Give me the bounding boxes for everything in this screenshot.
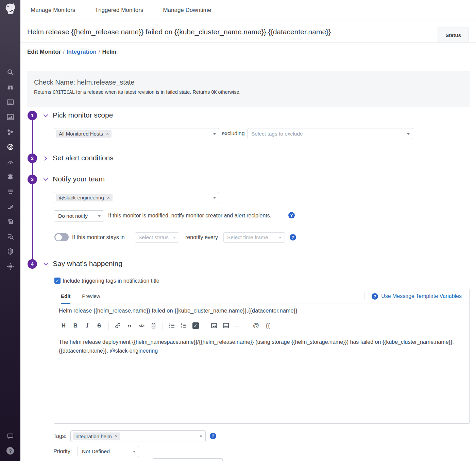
step-4-badge: 4: [28, 259, 37, 269]
monitor-title: Helm release {{helm_release.name}} faile…: [27, 28, 331, 36]
sidebar-bottom: ?: [0, 428, 20, 458]
chevron-down-icon[interactable]: [43, 177, 49, 182]
step-3-title[interactable]: Notify your team: [53, 175, 105, 183]
italic-button[interactable]: I: [84, 321, 91, 330]
horizontal-rule-button[interactable]: —: [234, 321, 241, 330]
ordered-list-button[interactable]: 12: [180, 321, 187, 330]
timeframe-select[interactable]: Select time frame: [223, 232, 285, 243]
exclude-tags-select[interactable]: Select tags to exclude: [248, 128, 413, 139]
excluding-label: excluding: [222, 130, 245, 137]
quote-button[interactable]: ”: [126, 321, 133, 330]
cropped-input[interactable]: [153, 458, 223, 461]
scope-tag-chip: All Monitored Hosts×: [56, 130, 112, 138]
caret-down-icon: [279, 237, 282, 238]
table-button[interactable]: [222, 321, 229, 330]
notification-title-input[interactable]: Helm release {{helm_release.name}} faile…: [54, 303, 469, 318]
bullet-list-button[interactable]: [168, 321, 175, 330]
modify-notify-select[interactable]: Do not notify: [54, 210, 104, 221]
stays-in-label: If this monitor stays in: [72, 234, 125, 241]
question-circle-icon: ?: [372, 293, 378, 300]
caret-down-icon: [98, 215, 101, 217]
step-connector-line: [32, 120, 33, 260]
priority-label: Priority:: [53, 448, 72, 455]
renotify-every-label: renotify every: [185, 234, 218, 241]
nav-triggered-monitors[interactable]: Triggered Monitors: [95, 7, 143, 14]
status-button[interactable]: Status: [438, 28, 469, 42]
step-3-badge: 3: [28, 175, 37, 184]
tags-chip: integration:helm×: [73, 432, 120, 440]
image-button[interactable]: [210, 321, 217, 330]
dashboards-icon[interactable]: [0, 94, 20, 109]
ok-status-text: OK: [211, 89, 217, 95]
synthetics-icon[interactable]: [0, 259, 20, 274]
metrics-gauge-icon[interactable]: [0, 154, 20, 169]
search-icon[interactable]: [0, 65, 20, 79]
include-tags-checkbox[interactable]: ✓: [54, 278, 61, 284]
chevron-right-icon[interactable]: [43, 156, 49, 161]
caret-down-icon: [407, 133, 410, 135]
link-button[interactable]: [114, 321, 121, 330]
log-search-icon[interactable]: [0, 229, 20, 244]
traces-icon[interactable]: [0, 184, 20, 199]
divider: [163, 322, 163, 330]
code-button[interactable]: </>: [138, 321, 145, 330]
modify-notify-text: If this monitor is modified, notify moni…: [108, 213, 271, 219]
service-map-icon[interactable]: [0, 199, 20, 214]
heading-button[interactable]: H: [60, 321, 67, 330]
tags-select[interactable]: integration:helm×: [70, 430, 206, 442]
template-variables-link[interactable]: ? Use Message Template Variables: [364, 289, 462, 303]
include-tags-label[interactable]: Include triggering tags in notification …: [63, 278, 159, 284]
caret-down-icon: [200, 436, 202, 437]
monitor-scope-select[interactable]: All Monitored Hosts×: [54, 128, 219, 139]
metrics-icon[interactable]: [0, 109, 20, 124]
caret-down-icon: [173, 237, 176, 238]
step-1-badge: 1: [28, 111, 37, 120]
chevron-down-icon[interactable]: [43, 113, 49, 119]
step-4-title[interactable]: Say what's happening: [53, 260, 122, 268]
help-glyph: ?: [6, 447, 14, 455]
message-body-textarea[interactable]: The helm release deployment {{helm_names…: [54, 333, 469, 424]
chevron-down-icon[interactable]: [43, 261, 49, 267]
step-1-title[interactable]: Pick monitor scope: [53, 111, 113, 119]
bold-button[interactable]: B: [72, 321, 79, 330]
question-circle-icon[interactable]: ?: [288, 212, 295, 218]
security-icon[interactable]: [0, 244, 20, 259]
chat-feedback-icon[interactable]: [0, 428, 20, 443]
question-circle-icon[interactable]: ?: [210, 433, 216, 439]
help-icon[interactable]: ?: [0, 443, 20, 458]
datadog-logo-icon[interactable]: [3, 2, 17, 18]
question-circle-icon[interactable]: ?: [290, 234, 296, 241]
notify-team-select[interactable]: @slack-engineering×: [54, 192, 219, 203]
remove-tag-icon[interactable]: ×: [107, 195, 110, 200]
mention-button[interactable]: @: [253, 321, 259, 330]
divider: [247, 322, 247, 330]
editor-toolbar: H B I S ” </> 12 ✓ — @ {{: [54, 318, 469, 333]
breadcrumb-page: Helm: [102, 49, 116, 55]
task-list-button[interactable]: ✓: [192, 321, 199, 330]
strikethrough-button[interactable]: S: [96, 321, 103, 330]
remove-tag-icon[interactable]: ×: [115, 433, 118, 439]
monitors-icon[interactable]: [0, 139, 20, 154]
notebooks-icon[interactable]: [0, 214, 20, 229]
breadcrumb: Edit Monitor/Integration/Helm: [27, 49, 116, 55]
integrations-icon[interactable]: [0, 169, 20, 184]
nav-manage-monitors[interactable]: Manage Monitors: [31, 7, 75, 14]
renotify-toggle[interactable]: [54, 233, 69, 241]
divider: [205, 322, 205, 330]
remove-tag-icon[interactable]: ×: [106, 131, 109, 137]
processes-icon[interactable]: [0, 124, 20, 139]
nav-manage-downtime[interactable]: Manage Downtime: [163, 7, 211, 14]
divider: [364, 292, 364, 300]
breadcrumb-category-link[interactable]: Integration: [67, 49, 97, 55]
tab-preview[interactable]: Preview: [82, 289, 100, 303]
breadcrumb-section: Edit Monitor: [27, 49, 61, 55]
top-nav: Manage Monitors Triggered Monitors Manag…: [20, 0, 476, 20]
code-block-button[interactable]: [150, 321, 157, 330]
watchdog-icon[interactable]: [0, 79, 20, 94]
priority-select[interactable]: Not Defined: [78, 446, 139, 457]
template-variable-button[interactable]: {{: [265, 321, 271, 330]
status-select[interactable]: Select status: [135, 232, 179, 243]
step-2-title[interactable]: Set alert conditions: [53, 154, 114, 162]
tab-edit[interactable]: Edit: [61, 289, 70, 303]
editor-header: Edit Preview ? Use Message Template Vari…: [54, 289, 469, 303]
